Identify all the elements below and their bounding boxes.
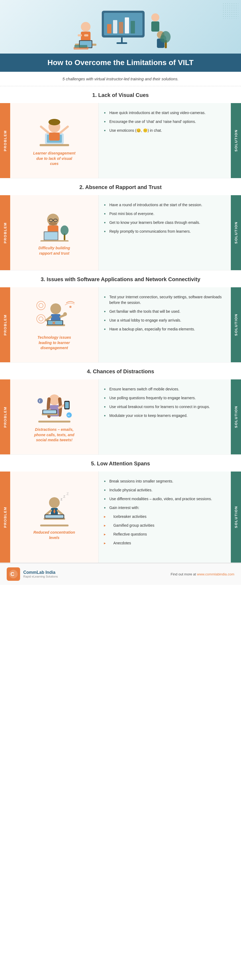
svg-rect-11 bbox=[78, 34, 82, 37]
footer-brand-tagline: Rapid eLearning Solutions bbox=[23, 575, 171, 578]
section-5-illustration: z z z bbox=[34, 494, 75, 526]
svg-point-42 bbox=[61, 226, 69, 235]
list-item: Test your Internet connection, security … bbox=[104, 293, 224, 307]
footer-brand: CommLab India Rapid eLearning Solutions bbox=[23, 570, 171, 578]
svg-rect-43 bbox=[40, 240, 69, 242]
section-2-problem-area: Difficulty building rapport and trust bbox=[10, 195, 99, 270]
svg-point-45 bbox=[39, 303, 43, 308]
svg-point-49 bbox=[50, 303, 61, 314]
section-2-title: 2. Absence of Rapport and Trust bbox=[0, 178, 241, 195]
svg-line-51 bbox=[46, 317, 51, 320]
section-4-title: 4. Chances of Distractions bbox=[0, 363, 241, 379]
svg-rect-3 bbox=[113, 20, 117, 33]
section-5-solution-label: SOLUTION bbox=[231, 471, 241, 563]
section-1: 1. Lack of Visual Cues PROBLEM bbox=[0, 86, 241, 178]
section-5-title: 5. Low Attention Spans bbox=[0, 455, 241, 471]
section-5-problem-text: Reduced concentration levels bbox=[33, 530, 76, 540]
svg-point-53 bbox=[63, 312, 67, 316]
svg-rect-8 bbox=[117, 42, 127, 44]
section-1-solution-label: SOLUTION bbox=[231, 103, 241, 178]
section-2-problem-text: Difficulty building rapport and trust bbox=[33, 245, 76, 256]
hero-illustration-svg bbox=[70, 5, 171, 54]
svg-point-48 bbox=[69, 306, 72, 308]
svg-text:f: f bbox=[39, 399, 40, 403]
section-2-content: PROBLEM bbox=[0, 195, 241, 270]
svg-text:z: z bbox=[66, 492, 69, 496]
svg-rect-17 bbox=[151, 21, 159, 32]
section-4-solution-label: SOLUTION bbox=[231, 379, 241, 454]
section-3-title: 3. Issues with Software Applications and… bbox=[0, 270, 241, 287]
svg-point-46 bbox=[37, 315, 45, 323]
list-item-sub: Anecdotes bbox=[104, 539, 224, 547]
footer-brand-name: CommLab India bbox=[23, 570, 171, 575]
section-3-problem-text: Technology issues leading to learner dis… bbox=[33, 335, 76, 351]
footer-url: Find out more at www.commlabindia.com bbox=[171, 572, 234, 576]
section-3-solution-list: Test your Internet connection, security … bbox=[104, 293, 224, 334]
section-4: 4. Chances of Distractions PROBLEM bbox=[0, 363, 241, 455]
svg-rect-2 bbox=[107, 24, 112, 33]
list-item: Post mini bios of everyone. bbox=[104, 209, 224, 218]
svg-rect-72 bbox=[38, 421, 70, 423]
list-item: Ensure learners switch off mobile device… bbox=[104, 385, 224, 394]
section-3-content: PROBLEM bbox=[0, 287, 241, 362]
svg-rect-31 bbox=[49, 132, 60, 141]
list-item: Have quick introductions at the start us… bbox=[104, 108, 224, 117]
svg-text:✉: ✉ bbox=[67, 414, 70, 417]
svg-point-9 bbox=[81, 22, 91, 32]
section-5-problem-label: PROBLEM bbox=[0, 471, 10, 563]
svg-line-29 bbox=[41, 127, 48, 133]
svg-line-30 bbox=[60, 127, 68, 133]
svg-point-28 bbox=[48, 119, 60, 125]
list-item: Use emoticons (😊, 😕) in chat. bbox=[104, 126, 224, 135]
list-item: Gain interest with: bbox=[104, 503, 224, 512]
section-2-solution-list: Have a round of introductions at the sta… bbox=[104, 200, 224, 236]
svg-rect-12 bbox=[84, 34, 88, 37]
list-item-sub: Icebreaker activities bbox=[104, 512, 224, 521]
list-item: Use polling questions frequently to enga… bbox=[104, 394, 224, 402]
svg-rect-80 bbox=[45, 515, 64, 518]
subtitle: 5 challenges with virtual instructor-led… bbox=[0, 72, 241, 86]
svg-rect-63 bbox=[65, 402, 69, 408]
section-4-illustration: f ✉ bbox=[34, 391, 75, 423]
section-1-problem-label: PROBLEM bbox=[0, 103, 10, 178]
footer-url-link[interactable]: www.commlabindia.com bbox=[197, 572, 234, 576]
section-1-solution-list: Have quick introductions at the start us… bbox=[104, 108, 224, 135]
svg-point-16 bbox=[151, 13, 159, 21]
svg-point-47 bbox=[39, 317, 43, 321]
section-3-solution-area: Test your Internet connection, security … bbox=[99, 287, 231, 362]
svg-line-77 bbox=[58, 511, 62, 514]
section-3-problem-area: Technology issues leading to learner dis… bbox=[10, 287, 99, 362]
svg-text:C: C bbox=[10, 571, 14, 577]
section-2-solution-label: SOLUTION bbox=[231, 195, 241, 270]
footer-logo: C bbox=[7, 567, 20, 581]
section-3: 3. Issues with Software Applications and… bbox=[0, 270, 241, 363]
header-illustration bbox=[0, 0, 241, 54]
section-2: 2. Absence of Rapport and Trust PROBLEM bbox=[0, 178, 241, 270]
list-item: Use a virtual lobby to engage early arri… bbox=[104, 316, 224, 325]
list-item: Use different modalities – audio, video,… bbox=[104, 495, 224, 503]
section-1-title: 1. Lack of Visual Cues bbox=[0, 86, 241, 103]
section-3-illustration bbox=[34, 299, 75, 331]
section-2-illustration bbox=[36, 209, 73, 242]
section-4-problem-text: Distractions – emails, phone calls, text… bbox=[33, 427, 76, 443]
svg-point-68 bbox=[37, 398, 43, 404]
svg-rect-5 bbox=[125, 18, 129, 33]
section-4-problem-area: f ✉ Distractions – emails, phone calls, … bbox=[10, 379, 99, 454]
svg-point-73 bbox=[49, 497, 60, 508]
list-item: Encourage the use of 'chat' and 'raise h… bbox=[104, 117, 224, 126]
svg-rect-32 bbox=[40, 144, 69, 146]
section-2-solution-area: Have a round of introductions at the sta… bbox=[99, 195, 231, 270]
main-title: How to Overcome the Limitations of VILT bbox=[8, 58, 233, 67]
list-item: Get to know your learners before class t… bbox=[104, 218, 224, 227]
svg-rect-4 bbox=[119, 22, 123, 33]
list-item: Have a backup plan, especially for media… bbox=[104, 325, 224, 334]
section-4-solution-area: Ensure learners switch off mobile device… bbox=[99, 379, 231, 454]
svg-point-24 bbox=[160, 35, 166, 43]
svg-line-76 bbox=[46, 511, 51, 514]
footer: C CommLab India Rapid eLearning Solution… bbox=[0, 563, 241, 585]
main-title-banner: How to Overcome the Limitations of VILT bbox=[0, 54, 241, 72]
section-1-problem-area: Learner disengagement due to lack of vis… bbox=[10, 103, 99, 178]
section-5: 5. Low Attention Spans PROBLEM bbox=[0, 455, 241, 563]
section-3-solution-label: SOLUTION bbox=[231, 287, 241, 362]
section-4-content: PROBLEM bbox=[0, 379, 241, 454]
